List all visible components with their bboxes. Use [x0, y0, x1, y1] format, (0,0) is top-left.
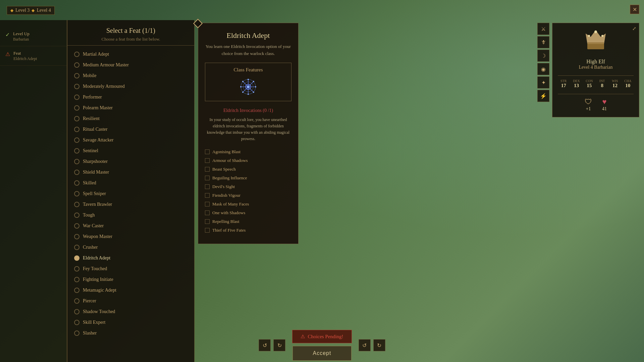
icon-btn-6[interactable]: ⚡ [537, 90, 549, 102]
invocation-name: Devil's Sight [212, 184, 235, 189]
invocation-item[interactable]: Beast Speech [205, 165, 291, 174]
level4-label: Level 4 [37, 8, 51, 13]
feat-item[interactable]: Fey Touched [67, 263, 194, 274]
feat-name: Sentinel [83, 148, 98, 154]
feat-name: Fey Touched [83, 266, 107, 272]
class-features-box: Class Features [205, 63, 291, 101]
stat-value: 17 [558, 83, 569, 88]
sidebar-item-levelup[interactable]: ✓ Level Up Barbarian [0, 27, 67, 46]
expand-button[interactable]: ⤢ [632, 26, 636, 32]
feat-item[interactable]: Polearm Master [67, 103, 194, 113]
svg-point-9 [240, 86, 241, 87]
hp-value: 41 [602, 106, 607, 112]
svg-point-13 [253, 81, 254, 82]
sidebar-levelup-label: Level Up [13, 31, 30, 37]
feat-item[interactable]: Tavern Brawler [67, 199, 194, 210]
warning-icon: ⚠ [301, 334, 305, 340]
feat-radio [74, 62, 79, 68]
invocation-item[interactable]: Repelling Blast [205, 217, 291, 226]
feat-item[interactable]: Shield Master [67, 167, 194, 178]
feat-item[interactable]: Tough [67, 210, 194, 221]
feat-list[interactable]: Martial AdeptMedium Armour MasterMobileM… [67, 46, 194, 362]
nav-back-button[interactable]: ↺ [259, 339, 271, 351]
invocation-checkbox [205, 193, 210, 198]
feat-item[interactable]: Fighting Initiate [67, 274, 194, 285]
icon-btn-5[interactable]: ✦ [537, 76, 549, 88]
feat-item[interactable]: Spell Sniper [67, 188, 194, 199]
feat-radio [74, 234, 79, 239]
feat-item[interactable]: Sharpshooter [67, 156, 194, 167]
icon-btn-4[interactable]: ◉ [537, 63, 549, 75]
feat-name: Skill Expert [83, 320, 105, 325]
armor-value: +1 [585, 106, 592, 112]
feat-item[interactable]: Piercer [67, 296, 194, 306]
feat-item[interactable]: Crusher [67, 242, 194, 253]
feat-item[interactable]: Medium Armour Master [67, 60, 194, 70]
invocation-item[interactable]: Mask of Many Faces [205, 200, 291, 208]
bottom-bar: ↺ ↻ ⚠ Choices Pending! Accept ↺ ↻ [0, 328, 644, 362]
feat-item[interactable]: Performer [67, 92, 194, 103]
eldritch-icon [240, 78, 257, 95]
feat-panel-header: Select a Feat (1/1) Choose a feat from t… [67, 20, 194, 46]
feat-item[interactable]: Ritual Caster [67, 124, 194, 135]
close-button[interactable]: ✕ [630, 5, 639, 14]
invocation-name: Mask of Many Faces [212, 201, 249, 207]
feat-radio [74, 245, 79, 250]
stat-label: WIS [609, 79, 621, 83]
feat-name: Martial Adept [83, 52, 109, 57]
warn-icon: ⚠ [5, 51, 10, 57]
stat-col-cha: CHA10 [622, 79, 634, 88]
bottom-center: ⚠ Choices Pending! Accept [292, 330, 352, 361]
feat-item[interactable]: Resilient [67, 113, 194, 124]
feat-radio [74, 105, 79, 111]
invocation-item[interactable]: Armour of Shadows [205, 156, 291, 165]
invocation-name: Agonising Blast [212, 149, 240, 155]
feat-radio [74, 137, 79, 143]
feat-item[interactable]: Moderately Armoured [67, 81, 194, 92]
feat-item[interactable]: Metamagic Adept [67, 285, 194, 296]
feat-name: Piercer [83, 298, 96, 304]
feat-item[interactable]: Savage Attacker [67, 135, 194, 145]
invocation-item[interactable]: Thief of Five Fates [205, 226, 291, 235]
invocation-item[interactable]: One with Shadows [205, 208, 291, 217]
feat-item[interactable]: Eldritch Adept [67, 253, 194, 263]
feat-name: Moderately Armoured [83, 84, 125, 89]
feat-item[interactable]: Sentinel [67, 145, 194, 156]
feat-panel: Select a Feat (1/1) Choose a feat from t… [67, 20, 195, 362]
nav-forward-button[interactable]: ↻ [273, 339, 285, 351]
stat-label: DEX [571, 79, 582, 83]
shield-icon: 🛡 [585, 98, 592, 106]
feat-item[interactable]: Shadow Touched [67, 306, 194, 317]
undo-button[interactable]: ↺ [359, 339, 371, 351]
feat-item[interactable]: Skill Expert [67, 317, 194, 328]
feat-name: Metamagic Adept [83, 288, 116, 293]
stat-value: 10 [622, 83, 634, 88]
invocation-item[interactable]: Beguiling Influence [205, 174, 291, 182]
invocation-item[interactable]: Agonising Blast [205, 147, 291, 156]
accept-button[interactable]: Accept [292, 346, 352, 361]
feat-item[interactable]: Weapon Master [67, 231, 194, 242]
sidebar-item-feat[interactable]: ⚠ Feat Eldritch Adept [0, 46, 67, 66]
stat-label: INT [596, 79, 608, 83]
sidebar-feat-sub: Eldritch Adept [13, 56, 37, 61]
icon-btn-1[interactable]: ⚔ [537, 23, 549, 35]
feat-name: Crusher [83, 245, 98, 250]
invocation-list: Agonising BlastArmour of ShadowsBeast Sp… [205, 147, 291, 235]
icon-btn-2[interactable]: 🗡 [537, 36, 549, 48]
feat-item[interactable]: Skilled [67, 178, 194, 188]
feat-item[interactable]: Martial Adept [67, 49, 194, 60]
invocation-name: Beguiling Influence [212, 175, 247, 181]
invocation-checkbox [205, 228, 210, 233]
class-features-icon [238, 77, 258, 97]
feat-item[interactable]: Mobile [67, 70, 194, 81]
invocation-item[interactable]: Devil's Sight [205, 182, 291, 191]
redo-button[interactable]: ↻ [373, 339, 385, 351]
icon-btn-3[interactable]: ☽ [537, 50, 549, 62]
invocation-item[interactable]: Fiendish Vigour [205, 191, 291, 200]
heart-icon: ♥ [602, 98, 607, 106]
armor-stat: 🛡 +1 [585, 98, 592, 112]
feat-item[interactable]: War Caster [67, 221, 194, 231]
feat-name: Fighting Initiate [83, 277, 113, 282]
feat-name: Savage Attacker [83, 137, 113, 143]
stat-value: 13 [571, 83, 582, 88]
